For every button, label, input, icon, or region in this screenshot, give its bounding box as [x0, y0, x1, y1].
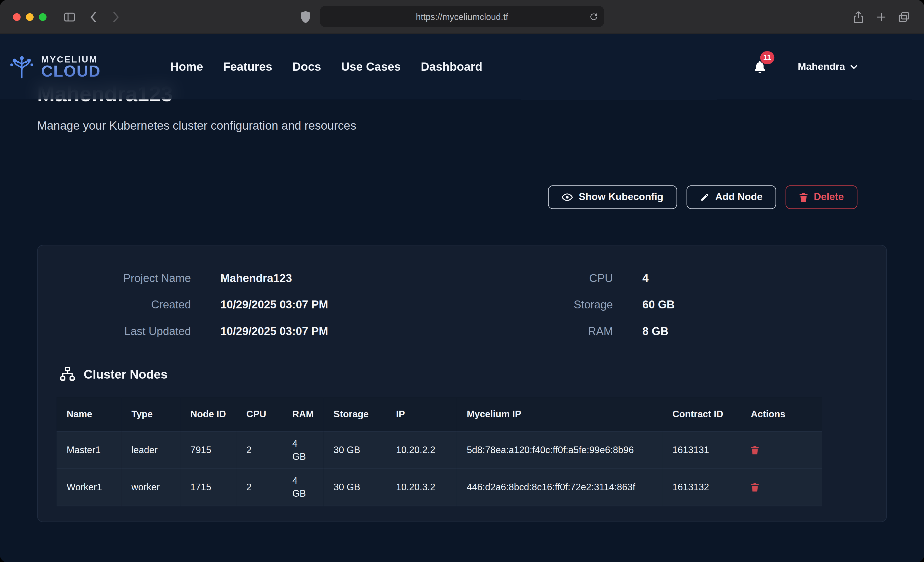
cluster-nodes-table: Name Type Node ID CPU RAM Storage IP Myc…: [57, 397, 822, 506]
col-header-contract-id: Contract ID: [662, 397, 741, 432]
brand-name-bottom: CLOUD: [41, 63, 101, 79]
show-kubeconfig-label: Show Kubeconfig: [579, 191, 663, 203]
nav-links: Home Features Docs Use Cases Dashboard: [170, 60, 482, 73]
cluster-actions: Show Kubeconfig Add Node Delete: [37, 185, 858, 209]
add-node-button[interactable]: Add Node: [686, 185, 776, 209]
chevron-down-icon: [850, 64, 858, 69]
ram-value: 8 GB: [642, 324, 868, 338]
col-header-cpu: CPU: [236, 397, 282, 432]
cpu-label: CPU: [462, 272, 613, 285]
sidebar-toggle-icon[interactable]: [64, 12, 75, 22]
table-row: Worker1 worker 1715 2 4 GB 30 GB 10.20.3…: [57, 469, 822, 506]
user-name: Mahendra: [798, 61, 845, 73]
cell-name: Worker1: [57, 469, 122, 506]
cell-contract-id: 1613131: [662, 432, 741, 469]
cell-node-id: 1715: [180, 469, 236, 506]
delete-node-button[interactable]: [751, 483, 759, 492]
cell-ip: 10.20.2.2: [386, 432, 457, 469]
cell-actions: [741, 469, 822, 506]
cell-ip: 10.20.3.2: [386, 469, 457, 506]
trash-icon: [751, 446, 759, 455]
user-menu[interactable]: Mahendra: [798, 61, 858, 73]
zoom-window-button[interactable]: [39, 13, 46, 21]
minimize-window-button[interactable]: [26, 13, 34, 21]
cell-contract-id: 1613132: [662, 469, 741, 506]
col-header-mycelium-ip: Mycelium IP: [457, 397, 662, 432]
share-icon[interactable]: [853, 10, 864, 23]
back-button-icon[interactable]: [90, 11, 97, 23]
col-header-actions: Actions: [741, 397, 822, 432]
col-header-ram: RAM: [282, 397, 324, 432]
show-kubeconfig-button[interactable]: Show Kubeconfig: [548, 185, 677, 209]
brand-logo[interactable]: MYCELIUM CLOUD: [8, 55, 101, 79]
summary-row: RAM 8 GB: [462, 318, 869, 344]
address-bar-url: https://myceliumcloud.tf: [416, 12, 508, 21]
mycelium-logo-icon: [8, 55, 35, 79]
cell-mycelium-ip: 5d8:78ea:a120:f40c:ff0f:a5fe:99e6:8b96: [457, 432, 662, 469]
cell-actions: [741, 432, 822, 469]
last-updated-label: Last Updated: [56, 324, 191, 338]
reload-icon[interactable]: [590, 12, 598, 21]
cell-node-id: 7915: [180, 432, 236, 469]
eye-icon: [562, 193, 573, 201]
nav-link-dashboard[interactable]: Dashboard: [421, 60, 482, 73]
cluster-nodes-heading: Cluster Nodes: [60, 367, 886, 381]
nav-link-docs[interactable]: Docs: [292, 60, 321, 73]
summary-row: CPU 4: [462, 265, 869, 291]
close-window-button[interactable]: [13, 13, 21, 21]
table-row: Master1 leader 7915 2 4 GB 30 GB 10.20.2…: [57, 432, 822, 469]
cell-cpu: 2: [236, 432, 282, 469]
notification-count-badge: 11: [760, 51, 774, 64]
storage-value: 60 GB: [642, 298, 868, 311]
summary-row: Created 10/29/2025 03:07 PM: [56, 291, 462, 318]
page: MYCELIUM CLOUD Home Features Docs Use Ca…: [0, 34, 924, 562]
tab-overview-icon[interactable]: [898, 12, 910, 22]
cell-name: Master1: [57, 432, 122, 469]
col-header-name: Name: [57, 397, 122, 432]
cell-cpu: 2: [236, 469, 282, 506]
created-label: Created: [56, 298, 191, 311]
nav-link-features[interactable]: Features: [223, 60, 272, 73]
page-subtitle: Manage your Kubernetes cluster configura…: [37, 117, 887, 133]
main-content: Mahendra123 Manage your Kubernetes clust…: [0, 34, 924, 522]
trash-icon: [751, 483, 759, 492]
delete-cluster-button[interactable]: Delete: [786, 185, 857, 209]
cluster-nodes-title: Cluster Nodes: [84, 367, 168, 381]
nav-link-home[interactable]: Home: [170, 60, 203, 73]
table-header-row: Name Type Node ID CPU RAM Storage IP Myc…: [57, 397, 822, 432]
pencil-icon: [700, 192, 710, 202]
browser-window: https://myceliumcloud.tf: [0, 0, 924, 562]
new-tab-icon[interactable]: [876, 12, 886, 22]
col-header-ip: IP: [386, 397, 457, 432]
summary-left: Project Name Mahendra123 Created 10/29/2…: [56, 265, 462, 344]
add-node-label: Add Node: [715, 191, 762, 203]
address-bar[interactable]: https://myceliumcloud.tf: [320, 6, 604, 27]
cell-type: leader: [121, 432, 180, 469]
brand-name-top: MYCELIUM: [41, 55, 101, 63]
col-header-type: Type: [121, 397, 180, 432]
sitemap-icon: [60, 367, 75, 381]
cell-storage: 30 GB: [324, 469, 386, 506]
created-value: 10/29/2025 03:07 PM: [220, 298, 462, 311]
nav-link-use-cases[interactable]: Use Cases: [341, 60, 401, 73]
col-header-storage: Storage: [324, 397, 386, 432]
summary-row: Project Name Mahendra123: [56, 265, 462, 291]
forward-button-icon[interactable]: [112, 11, 120, 23]
privacy-shield-icon[interactable]: [301, 10, 310, 23]
browser-chrome: https://myceliumcloud.tf: [0, 0, 924, 34]
cpu-value: 4: [642, 272, 868, 285]
summary-right: CPU 4 Storage 60 GB RAM 8 GB: [462, 265, 869, 344]
summary-row: Last Updated 10/29/2025 03:07 PM: [56, 318, 462, 344]
notifications-button[interactable]: 11: [752, 59, 767, 75]
cell-type: worker: [121, 469, 180, 506]
cluster-details-card: Project Name Mahendra123 Created 10/29/2…: [37, 245, 887, 522]
cell-ram: 4 GB: [282, 432, 324, 469]
ram-label: RAM: [462, 324, 613, 338]
delete-node-button[interactable]: [751, 446, 759, 455]
brand-name: MYCELIUM CLOUD: [41, 55, 101, 79]
project-name-label: Project Name: [56, 272, 191, 285]
col-header-node-id: Node ID: [180, 397, 236, 432]
navbar: MYCELIUM CLOUD Home Features Docs Use Ca…: [0, 34, 924, 99]
cell-ram: 4 GB: [282, 469, 324, 506]
delete-label: Delete: [814, 191, 844, 203]
